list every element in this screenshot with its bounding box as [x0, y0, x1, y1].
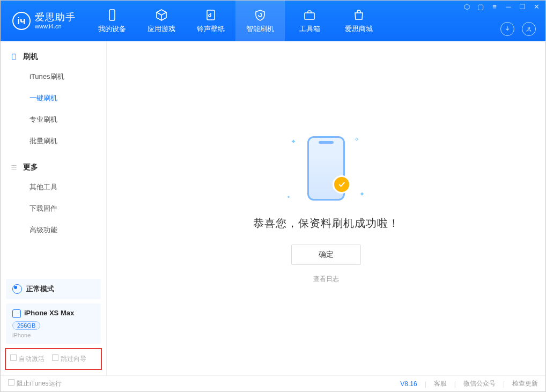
tab-my-device[interactable]: 我的设备	[87, 1, 137, 41]
main-tabs: 我的设备 应用游戏 铃声壁纸 智能刷机 工具箱 爱思商城	[87, 1, 383, 41]
minimize-icon[interactable]: ─	[505, 3, 512, 10]
device-storage-pill: 256GB	[12, 321, 40, 330]
support-link[interactable]: 客服	[434, 379, 447, 388]
sidebar-item-itunes-flash[interactable]: iTunes刷机	[1, 66, 106, 87]
user-account-icon[interactable]	[522, 22, 536, 36]
sidebar-item-download-firmware[interactable]: 下载固件	[1, 198, 106, 219]
menu-icon[interactable]: ≡	[491, 3, 498, 10]
sidebar-section-more: 更多	[1, 159, 106, 176]
shield-refresh-icon	[254, 8, 267, 22]
success-illustration: ✦ ✧ • ✦	[283, 134, 369, 203]
sidebar-item-advanced[interactable]: 高级功能	[1, 219, 106, 241]
device-mode-label: 正常模式	[26, 284, 54, 294]
shirt-icon[interactable]: ⬡	[463, 3, 470, 10]
svg-rect-4	[12, 54, 16, 60]
download-manager-icon[interactable]	[500, 22, 514, 36]
flash-options-highlighted: 自动激活 跳过向导	[5, 348, 102, 370]
briefcase-icon	[303, 8, 316, 22]
svg-rect-2	[305, 13, 314, 19]
device-name: iPhone XS Max	[24, 309, 74, 317]
success-check-badge	[333, 175, 351, 194]
feedback-icon[interactable]: ▢	[477, 3, 484, 10]
tab-ringtone-wallpaper[interactable]: 铃声壁纸	[186, 1, 235, 41]
auto-activate-checkbox[interactable]: 自动激活	[10, 354, 45, 364]
sidebar-item-pro-flash[interactable]: 专业刷机	[1, 109, 106, 130]
header: iч 爱思助手 www.i4.cn 我的设备 应用游戏 铃声壁纸 智能刷机 工具…	[1, 1, 545, 41]
device-type-label: iPhone	[12, 332, 94, 338]
skip-guide-checkbox[interactable]: 跳过向导	[52, 354, 86, 364]
sidebar-section-flash: 刷机	[1, 49, 106, 66]
sparkle-icon: ✦	[359, 190, 365, 198]
main-content: ✦ ✧ • ✦ 恭喜您，保资料刷机成功啦！ 确定 查看日志	[107, 41, 545, 375]
sparkle-icon: •	[287, 194, 290, 201]
tab-store[interactable]: 爱思商城	[334, 1, 383, 41]
sidebar-item-other-tools[interactable]: 其他工具	[1, 176, 106, 198]
cube-icon	[155, 8, 168, 22]
device-mode-block[interactable]: 正常模式	[6, 279, 101, 299]
logo-icon: iч	[12, 12, 31, 30]
device-icon	[10, 53, 18, 61]
tab-smart-flash[interactable]: 智能刷机	[235, 1, 285, 41]
phone-icon	[106, 8, 119, 22]
svg-rect-0	[109, 10, 115, 20]
app-title: 爱思助手	[35, 12, 76, 23]
sidebar-item-batch-flash[interactable]: 批量刷机	[1, 130, 106, 152]
block-itunes-checkbox[interactable]: 阻止iTunes运行	[8, 379, 62, 388]
list-icon	[10, 164, 18, 171]
tab-toolbox[interactable]: 工具箱	[285, 1, 334, 41]
close-icon[interactable]: ✕	[533, 3, 540, 10]
shopping-bag-icon	[352, 8, 365, 22]
view-log-link[interactable]: 查看日志	[313, 275, 339, 284]
ok-button[interactable]: 确定	[291, 245, 361, 265]
music-note-icon	[204, 8, 217, 22]
result-message: 恭喜您，保资料刷机成功啦！	[253, 216, 400, 231]
mode-indicator-icon	[12, 284, 22, 294]
sidebar-item-oneclick-flash[interactable]: 一键刷机	[1, 87, 106, 109]
sparkle-icon: ✧	[354, 136, 359, 143]
sparkle-icon: ✦	[291, 138, 296, 145]
check-update-link[interactable]: 检查更新	[512, 379, 538, 388]
maximize-icon[interactable]: ☐	[519, 3, 526, 10]
sidebar: 刷机 iTunes刷机 一键刷机 专业刷机 批量刷机 更多 其他工具 下载固件 …	[1, 41, 107, 375]
tab-apps-games[interactable]: 应用游戏	[137, 1, 186, 41]
app-logo: iч 爱思助手 www.i4.cn	[1, 1, 85, 41]
app-url: www.i4.cn	[35, 23, 76, 29]
version-label: V8.16	[400, 380, 417, 388]
device-small-icon	[12, 309, 21, 318]
svg-point-3	[528, 27, 530, 29]
footer: 阻止iTunes运行 V8.16 | 客服 | 微信公众号 | 检查更新	[1, 375, 545, 391]
wechat-link[interactable]: 微信公众号	[463, 379, 496, 388]
device-info-block[interactable]: iPhone XS Max 256GB iPhone	[6, 304, 101, 344]
